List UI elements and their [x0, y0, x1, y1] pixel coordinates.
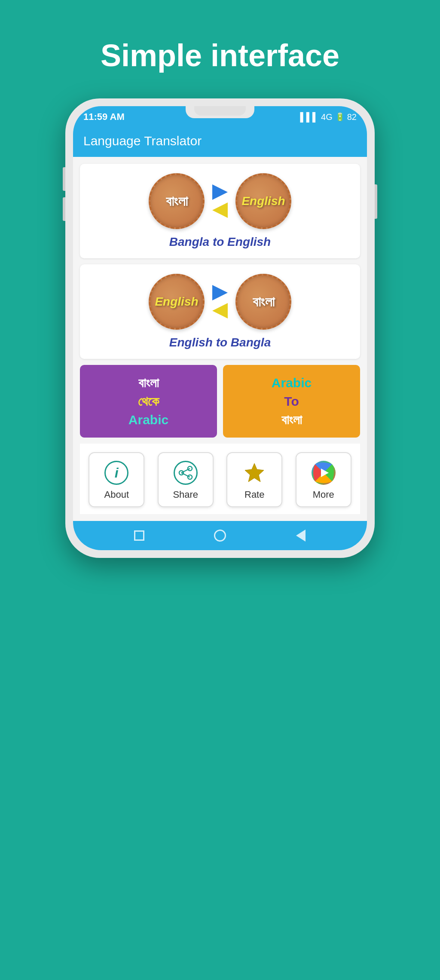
main-content: বাংলা English Bangla to English Engl: [73, 157, 367, 521]
nav-bar: [73, 521, 367, 550]
arrows-1: [212, 184, 228, 218]
english-to-bangla-card[interactable]: English বাংলা English to Bangla: [80, 264, 360, 359]
card1-icons-row: বাংলা English: [149, 173, 291, 229]
more-label: More: [313, 489, 334, 500]
home-icon: [214, 530, 226, 542]
nav-recent-button[interactable]: [131, 528, 147, 543]
nav-back-button[interactable]: [293, 528, 309, 543]
info-icon: i: [104, 461, 128, 485]
card2-label: English to Bangla: [169, 336, 271, 349]
english-circle-2: English: [149, 274, 205, 330]
arrow-left-2: [212, 303, 228, 318]
arrow-left-1: [212, 202, 228, 218]
bangla-circle-2: বাংলা: [235, 274, 291, 330]
star-icon: [242, 461, 266, 485]
notch: [186, 106, 254, 118]
status-icons: ▌▌▌ 4G 🔋 82: [300, 112, 357, 122]
volume-down-button[interactable]: [63, 197, 65, 221]
about-button[interactable]: i About: [89, 452, 144, 507]
svg-marker-5: [245, 463, 264, 482]
btn-bangla-to-arabic-line3: Arabic: [128, 411, 168, 428]
nav-home-button[interactable]: [212, 528, 228, 543]
recent-apps-icon: [134, 530, 144, 541]
more-button[interactable]: More: [296, 452, 351, 507]
page-title: Simple interface: [101, 39, 339, 73]
status-time: 11:59 AM: [83, 111, 125, 122]
btn-arabic-to-bangla-line1: Arabic: [272, 374, 312, 391]
btn-bangla-to-arabic-line2: থেকে: [138, 393, 159, 410]
share-button[interactable]: Share: [158, 452, 214, 507]
share-icon: [174, 461, 198, 485]
bangla-circle-1: বাংলা: [149, 173, 205, 229]
arabic-to-bangla-button[interactable]: Arabic To বাংলা: [223, 365, 360, 438]
phone-screen: 11:59 AM ▌▌▌ 4G 🔋 82 Language Translator…: [73, 106, 367, 550]
arabic-buttons-row: বাংলা থেকে Arabic Arabic To বাংলা: [80, 365, 360, 438]
share-label: Share: [173, 489, 198, 500]
arrows-2: [212, 285, 228, 318]
english-text-1: English: [241, 194, 285, 208]
rate-button[interactable]: Rate: [226, 452, 282, 507]
bottom-actions: i About Share: [80, 444, 360, 514]
power-button[interactable]: [375, 184, 377, 219]
app-bar-title: Language Translator: [83, 134, 202, 148]
app-bar: Language Translator: [73, 127, 367, 157]
bangla-text-2: বাংলা: [253, 294, 275, 310]
phone-frame: 11:59 AM ▌▌▌ 4G 🔋 82 Language Translator…: [65, 98, 375, 558]
btn-bangla-to-arabic-line1: বাংলা: [138, 374, 159, 391]
english-text-2: English: [155, 295, 198, 309]
bangla-text-1: বাংলা: [166, 193, 188, 209]
arrow-right-1: [212, 184, 228, 200]
battery-level: 82: [347, 112, 357, 122]
bangla-to-english-card[interactable]: বাংলা English Bangla to English: [80, 164, 360, 258]
english-circle-1: English: [235, 173, 291, 229]
play-store-icon: [312, 461, 336, 485]
network-icon: ▌▌▌: [300, 112, 319, 122]
battery-indicator: 🔋: [335, 112, 345, 122]
card2-icons-row: English বাংলা: [149, 274, 291, 330]
btn-arabic-to-bangla-line3: বাংলা: [281, 411, 302, 428]
volume-up-button[interactable]: [63, 167, 65, 191]
arrow-right-2: [212, 285, 228, 300]
btn-arabic-to-bangla-line2: To: [284, 393, 299, 410]
back-icon: [296, 530, 306, 542]
network-type: 4G: [321, 112, 333, 122]
about-label: About: [104, 489, 129, 500]
bangla-to-arabic-button[interactable]: বাংলা থেকে Arabic: [80, 365, 217, 438]
card1-label: Bangla to English: [169, 235, 271, 249]
rate-label: Rate: [244, 489, 264, 500]
